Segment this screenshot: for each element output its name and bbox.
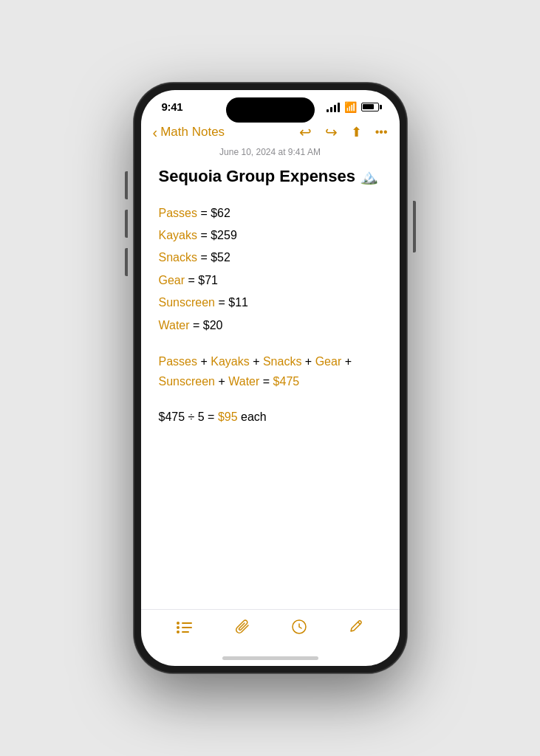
note-date: June 10, 2024 at 9:41 AM	[159, 147, 382, 157]
formula-line-2: Sunscreen + Water = $475	[159, 371, 382, 391]
val-gear: = $71	[188, 274, 218, 286]
formula-var-snacks: Snacks	[263, 355, 301, 368]
battery-icon	[361, 103, 379, 111]
formula-var-kayaks: Kayaks	[211, 355, 249, 368]
var-sunscreen: Sunscreen	[159, 296, 216, 309]
note-title: Sequoia Group Expenses 🏔️	[159, 166, 382, 188]
formula-op-2: +	[253, 355, 263, 368]
formula-line-1: Passes + Kayaks + Snacks + Gear +	[159, 351, 382, 371]
dynamic-island	[226, 97, 315, 123]
formula-var-water: Water	[228, 375, 259, 388]
status-icons: 📶	[327, 101, 379, 113]
var-passes: Passes	[159, 207, 197, 219]
nav-actions: ↩ ↪ ⬆ •••	[299, 123, 388, 141]
phone-frame: 9:41 📶 ‹ Math Notes ↩	[134, 83, 407, 673]
svg-rect-1	[182, 622, 192, 624]
formula-op-3: +	[305, 355, 315, 368]
attach-icon[interactable]	[234, 619, 250, 639]
home-bar	[222, 656, 318, 660]
var-kayaks: Kayaks	[159, 229, 197, 241]
expense-passes: Passes = $62	[159, 202, 382, 224]
formula-op-1: +	[200, 355, 211, 368]
division-line: $475 ÷ 5 = $95 each	[159, 406, 382, 428]
formula-var-sunscreen: Sunscreen	[159, 375, 216, 388]
division-expression: $475 ÷ 5 =	[159, 410, 218, 423]
val-sunscreen: = $11	[218, 296, 247, 309]
wifi-icon: 📶	[344, 101, 357, 113]
formula-block: Passes + Kayaks + Snacks + Gear + Sunscr…	[159, 351, 382, 391]
edit-icon[interactable]	[348, 619, 364, 639]
undo-icon[interactable]: ↩	[299, 123, 312, 141]
svg-rect-3	[182, 627, 192, 628]
compose-icon[interactable]	[291, 619, 307, 639]
val-kayaks: = $259	[200, 229, 236, 241]
nav-bar: ‹ Math Notes ↩ ↪ ⬆ •••	[141, 119, 400, 147]
division-suffix: each	[241, 410, 267, 423]
formula-result: $475	[273, 375, 300, 388]
expense-snacks: Snacks = $52	[159, 247, 382, 269]
nav-back[interactable]: ‹ Math Notes	[153, 124, 225, 141]
expense-water: Water = $20	[159, 315, 382, 337]
formula-eq: =	[263, 375, 273, 388]
formula-var-passes: Passes	[159, 355, 197, 368]
svg-point-2	[177, 626, 180, 629]
svg-point-0	[177, 622, 180, 625]
expenses-block: Passes = $62 Kayaks = $259 Snacks = $52 …	[159, 202, 382, 337]
val-snacks: = $52	[200, 251, 230, 264]
note-title-text: Sequoia Group Expenses	[159, 167, 360, 185]
signal-icon	[327, 102, 340, 112]
val-water: = $20	[193, 319, 222, 331]
expense-kayaks: Kayaks = $259	[159, 224, 382, 247]
formula-op-5: +	[218, 375, 228, 388]
expense-gear: Gear = $71	[159, 269, 382, 292]
svg-rect-5	[182, 631, 189, 633]
note-content: June 10, 2024 at 9:41 AM Sequoia Group E…	[141, 147, 400, 609]
formula-op-4: +	[345, 355, 352, 368]
list-icon[interactable]	[176, 620, 194, 639]
back-chevron-icon: ‹	[153, 124, 158, 141]
expense-sunscreen: Sunscreen = $11	[159, 292, 382, 314]
nav-back-label[interactable]: Math Notes	[160, 125, 225, 140]
home-indicator	[141, 645, 400, 666]
phone-screen: 9:41 📶 ‹ Math Notes ↩	[141, 90, 400, 666]
more-icon[interactable]: •••	[375, 126, 388, 139]
bottom-toolbar	[141, 609, 400, 645]
division-result: $95	[218, 410, 238, 423]
val-passes: = $62	[200, 207, 230, 219]
redo-icon[interactable]: ↪	[325, 123, 338, 141]
formula-var-gear: Gear	[315, 355, 342, 368]
var-snacks: Snacks	[159, 251, 197, 264]
share-icon[interactable]: ⬆	[351, 124, 362, 140]
var-gear: Gear	[159, 274, 185, 286]
note-emoji: 🏔️	[360, 168, 378, 185]
svg-point-4	[177, 630, 180, 633]
status-time: 9:41	[162, 100, 183, 113]
var-water: Water	[159, 319, 190, 331]
